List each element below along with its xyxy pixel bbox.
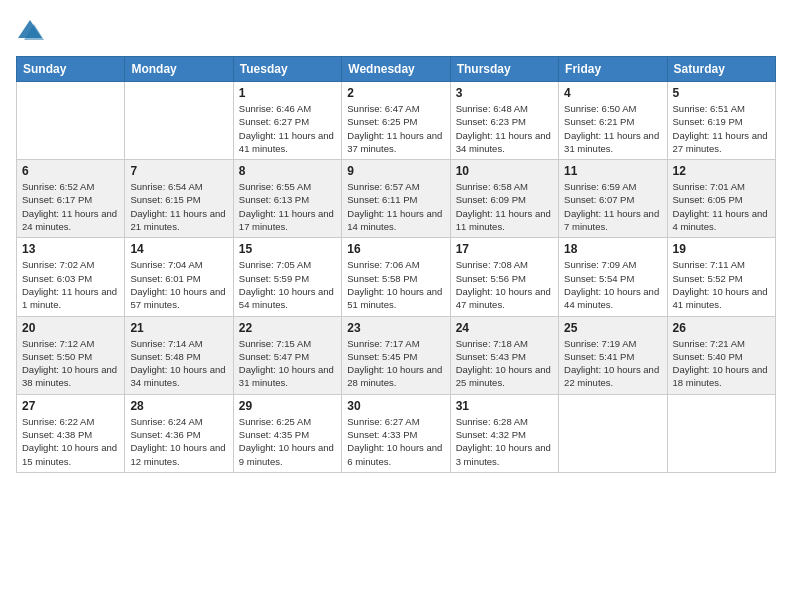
day-number: 24 <box>456 321 553 335</box>
day-number: 28 <box>130 399 227 413</box>
day-info: Sunrise: 6:57 AM Sunset: 6:11 PM Dayligh… <box>347 180 444 233</box>
day-number: 26 <box>673 321 770 335</box>
day-info: Sunrise: 6:51 AM Sunset: 6:19 PM Dayligh… <box>673 102 770 155</box>
calendar-day-cell: 23Sunrise: 7:17 AM Sunset: 5:45 PM Dayli… <box>342 316 450 394</box>
day-number: 3 <box>456 86 553 100</box>
day-info: Sunrise: 7:11 AM Sunset: 5:52 PM Dayligh… <box>673 258 770 311</box>
day-number: 13 <box>22 242 119 256</box>
day-info: Sunrise: 6:48 AM Sunset: 6:23 PM Dayligh… <box>456 102 553 155</box>
day-number: 22 <box>239 321 336 335</box>
day-info: Sunrise: 7:01 AM Sunset: 6:05 PM Dayligh… <box>673 180 770 233</box>
calendar-day-cell <box>125 82 233 160</box>
calendar-day-cell: 9Sunrise: 6:57 AM Sunset: 6:11 PM Daylig… <box>342 160 450 238</box>
calendar-day-cell: 20Sunrise: 7:12 AM Sunset: 5:50 PM Dayli… <box>17 316 125 394</box>
day-info: Sunrise: 6:22 AM Sunset: 4:38 PM Dayligh… <box>22 415 119 468</box>
page-header <box>16 16 776 44</box>
day-number: 17 <box>456 242 553 256</box>
weekday-header: Monday <box>125 57 233 82</box>
calendar-day-cell: 16Sunrise: 7:06 AM Sunset: 5:58 PM Dayli… <box>342 238 450 316</box>
day-number: 1 <box>239 86 336 100</box>
weekday-header: Thursday <box>450 57 558 82</box>
day-info: Sunrise: 7:12 AM Sunset: 5:50 PM Dayligh… <box>22 337 119 390</box>
calendar-header-row: SundayMondayTuesdayWednesdayThursdayFrid… <box>17 57 776 82</box>
calendar-day-cell: 27Sunrise: 6:22 AM Sunset: 4:38 PM Dayli… <box>17 394 125 472</box>
day-info: Sunrise: 6:58 AM Sunset: 6:09 PM Dayligh… <box>456 180 553 233</box>
day-info: Sunrise: 6:52 AM Sunset: 6:17 PM Dayligh… <box>22 180 119 233</box>
day-info: Sunrise: 7:15 AM Sunset: 5:47 PM Dayligh… <box>239 337 336 390</box>
weekday-header: Wednesday <box>342 57 450 82</box>
day-number: 10 <box>456 164 553 178</box>
calendar-day-cell: 24Sunrise: 7:18 AM Sunset: 5:43 PM Dayli… <box>450 316 558 394</box>
calendar-day-cell: 25Sunrise: 7:19 AM Sunset: 5:41 PM Dayli… <box>559 316 667 394</box>
calendar-day-cell: 4Sunrise: 6:50 AM Sunset: 6:21 PM Daylig… <box>559 82 667 160</box>
calendar-day-cell: 7Sunrise: 6:54 AM Sunset: 6:15 PM Daylig… <box>125 160 233 238</box>
day-info: Sunrise: 6:24 AM Sunset: 4:36 PM Dayligh… <box>130 415 227 468</box>
day-number: 15 <box>239 242 336 256</box>
calendar-day-cell: 30Sunrise: 6:27 AM Sunset: 4:33 PM Dayli… <box>342 394 450 472</box>
calendar-week-row: 27Sunrise: 6:22 AM Sunset: 4:38 PM Dayli… <box>17 394 776 472</box>
day-info: Sunrise: 7:18 AM Sunset: 5:43 PM Dayligh… <box>456 337 553 390</box>
day-info: Sunrise: 7:09 AM Sunset: 5:54 PM Dayligh… <box>564 258 661 311</box>
weekday-header: Tuesday <box>233 57 341 82</box>
weekday-header: Friday <box>559 57 667 82</box>
day-number: 19 <box>673 242 770 256</box>
day-number: 11 <box>564 164 661 178</box>
calendar-day-cell: 13Sunrise: 7:02 AM Sunset: 6:03 PM Dayli… <box>17 238 125 316</box>
calendar-day-cell: 21Sunrise: 7:14 AM Sunset: 5:48 PM Dayli… <box>125 316 233 394</box>
day-info: Sunrise: 7:21 AM Sunset: 5:40 PM Dayligh… <box>673 337 770 390</box>
calendar-week-row: 13Sunrise: 7:02 AM Sunset: 6:03 PM Dayli… <box>17 238 776 316</box>
calendar-week-row: 1Sunrise: 6:46 AM Sunset: 6:27 PM Daylig… <box>17 82 776 160</box>
calendar-day-cell: 29Sunrise: 6:25 AM Sunset: 4:35 PM Dayli… <box>233 394 341 472</box>
day-number: 4 <box>564 86 661 100</box>
day-number: 16 <box>347 242 444 256</box>
calendar-day-cell <box>667 394 775 472</box>
day-number: 31 <box>456 399 553 413</box>
day-info: Sunrise: 6:55 AM Sunset: 6:13 PM Dayligh… <box>239 180 336 233</box>
calendar-day-cell: 10Sunrise: 6:58 AM Sunset: 6:09 PM Dayli… <box>450 160 558 238</box>
day-number: 29 <box>239 399 336 413</box>
day-info: Sunrise: 7:17 AM Sunset: 5:45 PM Dayligh… <box>347 337 444 390</box>
calendar-day-cell: 14Sunrise: 7:04 AM Sunset: 6:01 PM Dayli… <box>125 238 233 316</box>
day-info: Sunrise: 6:25 AM Sunset: 4:35 PM Dayligh… <box>239 415 336 468</box>
day-number: 30 <box>347 399 444 413</box>
calendar-day-cell: 12Sunrise: 7:01 AM Sunset: 6:05 PM Dayli… <box>667 160 775 238</box>
day-info: Sunrise: 7:08 AM Sunset: 5:56 PM Dayligh… <box>456 258 553 311</box>
calendar-day-cell: 28Sunrise: 6:24 AM Sunset: 4:36 PM Dayli… <box>125 394 233 472</box>
calendar-day-cell: 3Sunrise: 6:48 AM Sunset: 6:23 PM Daylig… <box>450 82 558 160</box>
day-number: 20 <box>22 321 119 335</box>
calendar-day-cell: 5Sunrise: 6:51 AM Sunset: 6:19 PM Daylig… <box>667 82 775 160</box>
weekday-header: Sunday <box>17 57 125 82</box>
day-info: Sunrise: 7:06 AM Sunset: 5:58 PM Dayligh… <box>347 258 444 311</box>
calendar-day-cell: 6Sunrise: 6:52 AM Sunset: 6:17 PM Daylig… <box>17 160 125 238</box>
calendar-week-row: 6Sunrise: 6:52 AM Sunset: 6:17 PM Daylig… <box>17 160 776 238</box>
day-info: Sunrise: 6:28 AM Sunset: 4:32 PM Dayligh… <box>456 415 553 468</box>
calendar-day-cell: 19Sunrise: 7:11 AM Sunset: 5:52 PM Dayli… <box>667 238 775 316</box>
calendar-day-cell: 15Sunrise: 7:05 AM Sunset: 5:59 PM Dayli… <box>233 238 341 316</box>
day-number: 6 <box>22 164 119 178</box>
day-number: 14 <box>130 242 227 256</box>
logo-icon <box>16 16 44 44</box>
calendar-day-cell: 2Sunrise: 6:47 AM Sunset: 6:25 PM Daylig… <box>342 82 450 160</box>
day-number: 18 <box>564 242 661 256</box>
day-number: 7 <box>130 164 227 178</box>
calendar-day-cell: 31Sunrise: 6:28 AM Sunset: 4:32 PM Dayli… <box>450 394 558 472</box>
day-info: Sunrise: 7:04 AM Sunset: 6:01 PM Dayligh… <box>130 258 227 311</box>
day-info: Sunrise: 7:05 AM Sunset: 5:59 PM Dayligh… <box>239 258 336 311</box>
calendar-day-cell: 22Sunrise: 7:15 AM Sunset: 5:47 PM Dayli… <box>233 316 341 394</box>
day-number: 27 <box>22 399 119 413</box>
day-number: 12 <box>673 164 770 178</box>
day-number: 25 <box>564 321 661 335</box>
calendar-day-cell: 18Sunrise: 7:09 AM Sunset: 5:54 PM Dayli… <box>559 238 667 316</box>
day-info: Sunrise: 6:59 AM Sunset: 6:07 PM Dayligh… <box>564 180 661 233</box>
day-number: 21 <box>130 321 227 335</box>
calendar-day-cell: 1Sunrise: 6:46 AM Sunset: 6:27 PM Daylig… <box>233 82 341 160</box>
calendar-day-cell: 11Sunrise: 6:59 AM Sunset: 6:07 PM Dayli… <box>559 160 667 238</box>
day-info: Sunrise: 6:50 AM Sunset: 6:21 PM Dayligh… <box>564 102 661 155</box>
day-number: 23 <box>347 321 444 335</box>
logo <box>16 16 48 44</box>
day-info: Sunrise: 6:46 AM Sunset: 6:27 PM Dayligh… <box>239 102 336 155</box>
calendar-day-cell: 17Sunrise: 7:08 AM Sunset: 5:56 PM Dayli… <box>450 238 558 316</box>
day-number: 8 <box>239 164 336 178</box>
calendar-week-row: 20Sunrise: 7:12 AM Sunset: 5:50 PM Dayli… <box>17 316 776 394</box>
day-info: Sunrise: 6:47 AM Sunset: 6:25 PM Dayligh… <box>347 102 444 155</box>
